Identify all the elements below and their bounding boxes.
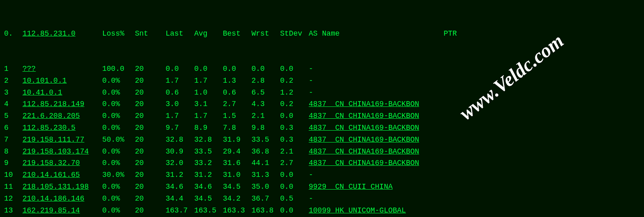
hop-row: 9219.158.32.700.0%2032.033.231.644.12.74… bbox=[4, 157, 640, 169]
hop-number: 2 bbox=[4, 75, 22, 87]
hop-last: 0.6 bbox=[166, 87, 194, 99]
hop-loss: 30.0% bbox=[102, 169, 135, 181]
hop-host: 162.219.85.14 bbox=[22, 205, 102, 217]
hop-loss: 50.0% bbox=[102, 134, 135, 146]
hop-row: 5221.6.208.2050.0%201.71.71.52.10.04837 … bbox=[4, 110, 640, 122]
hop-wrst: 36.7 bbox=[251, 193, 280, 205]
hop-number: 9 bbox=[4, 157, 22, 169]
hop-snt: 20 bbox=[135, 63, 166, 75]
hop-host: 112.85.218.149 bbox=[22, 98, 102, 110]
hop-stdev: 2.7 bbox=[280, 157, 309, 169]
hop-loss: 0.0% bbox=[102, 193, 135, 205]
hop-stdev: 0.3 bbox=[280, 134, 309, 146]
hop-last: 0.0 bbox=[166, 63, 194, 75]
hop-stdev: 0.0 bbox=[280, 110, 309, 122]
header-loss: Loss% bbox=[102, 28, 135, 40]
hop-host: 10.41.0.1 bbox=[22, 87, 102, 99]
header-wrst: Wrst bbox=[251, 28, 280, 40]
hop-asname: 9929 CN CUII CHINA bbox=[309, 181, 444, 193]
header-row: 0. 112.85.231.0 Loss% Snt Last Avg Best … bbox=[4, 28, 640, 40]
hop-row: 10210.14.161.6530.0%2031.231.231.031.30.… bbox=[4, 169, 640, 181]
header-stdev: StDev bbox=[280, 28, 309, 40]
hop-last: 34.6 bbox=[166, 181, 194, 193]
hop-last: 1.7 bbox=[166, 75, 194, 87]
hop-wrst: 33.5 bbox=[251, 134, 280, 146]
hop-last: 30.9 bbox=[166, 146, 194, 158]
hop-wrst: 0.0 bbox=[251, 63, 280, 75]
hop-stdev: 2.1 bbox=[280, 146, 309, 158]
hop-avg: 1.7 bbox=[194, 110, 223, 122]
hop-last: 1.7 bbox=[166, 110, 194, 122]
hop-avg: 3.1 bbox=[194, 98, 223, 110]
hop-avg: 0.0 bbox=[194, 63, 223, 75]
hop-wrst: 2.8 bbox=[251, 75, 280, 87]
hop-asname: 4837 CN CHINA169-BACKBON bbox=[309, 110, 444, 122]
hop-host: 219.158.103.174 bbox=[22, 146, 102, 158]
hop-number: 3 bbox=[4, 87, 22, 99]
hop-stdev: 0.0 bbox=[280, 181, 309, 193]
hop-host: 221.6.208.205 bbox=[22, 110, 102, 122]
hop-host: 219.158.111.77 bbox=[22, 134, 102, 146]
hop-snt: 20 bbox=[135, 122, 166, 134]
hop-avg: 33.2 bbox=[194, 157, 223, 169]
hop-row: 7219.158.111.7750.0%2032.832.831.933.50.… bbox=[4, 134, 640, 146]
hop-avg: 1.0 bbox=[194, 87, 223, 99]
hop-last: 32.8 bbox=[166, 134, 194, 146]
hop-wrst: 2.1 bbox=[251, 110, 280, 122]
hop-last: 31.2 bbox=[166, 169, 194, 181]
hop-number: 1 bbox=[4, 63, 22, 75]
hop-row: 210.101.0.10.0%201.71.71.32.80.2- bbox=[4, 75, 640, 87]
hop-row: 12210.14.186.1460.0%2034.434.534.236.70.… bbox=[4, 193, 640, 205]
hop-loss: 0.0% bbox=[102, 146, 135, 158]
hop-avg: 8.9 bbox=[194, 122, 223, 134]
hop-snt: 20 bbox=[135, 134, 166, 146]
hop-best: 31.6 bbox=[223, 157, 251, 169]
hop-stdev: 0.2 bbox=[280, 98, 309, 110]
hop-snt: 20 bbox=[135, 75, 166, 87]
hop-avg: 34.6 bbox=[194, 181, 223, 193]
hop-asname: - bbox=[309, 193, 444, 205]
hop-loss: 0.0% bbox=[102, 205, 135, 217]
hop-number: 5 bbox=[4, 110, 22, 122]
hop-last: 163.7 bbox=[166, 205, 194, 217]
hop-number: 4 bbox=[4, 98, 22, 110]
hop-loss: 0.0% bbox=[102, 181, 135, 193]
hop-stdev: 0.3 bbox=[280, 122, 309, 134]
hop-loss: 0.0% bbox=[102, 122, 135, 134]
hop-asname: - bbox=[309, 87, 444, 99]
hop-loss: 0.0% bbox=[102, 98, 135, 110]
hop-number: 10 bbox=[4, 169, 22, 181]
hop-stdev: 0.0 bbox=[280, 205, 309, 217]
hop-snt: 20 bbox=[135, 169, 166, 181]
hop-avg: 32.8 bbox=[194, 134, 223, 146]
hop-best: 2.7 bbox=[223, 98, 251, 110]
hop-number: 8 bbox=[4, 146, 22, 158]
hop-best: 0.0 bbox=[223, 63, 251, 75]
hop-wrst: 4.3 bbox=[251, 98, 280, 110]
hop-asname: - bbox=[309, 75, 444, 87]
hop-host: 210.14.161.65 bbox=[22, 169, 102, 181]
hop-avg: 1.7 bbox=[194, 75, 223, 87]
header-host: 112.85.231.0 bbox=[22, 28, 102, 40]
hop-asname: 4837 CN CHINA169-BACKBON bbox=[309, 134, 444, 146]
hop-asname: 10099 HK UNICOM-GLOBAL bbox=[309, 205, 444, 217]
header-asname: AS Name bbox=[309, 28, 444, 40]
hop-snt: 20 bbox=[135, 181, 166, 193]
hop-loss: 100.0 bbox=[102, 63, 135, 75]
header-snt: Snt bbox=[135, 28, 166, 40]
hop-wrst: 35.0 bbox=[251, 181, 280, 193]
hop-row: 4112.85.218.1490.0%203.03.12.74.30.24837… bbox=[4, 98, 640, 110]
header-avg: Avg bbox=[194, 28, 223, 40]
hop-host: 219.158.32.70 bbox=[22, 157, 102, 169]
hop-row: 8219.158.103.1740.0%2030.933.529.436.82.… bbox=[4, 146, 640, 158]
hop-wrst: 44.1 bbox=[251, 157, 280, 169]
hop-best: 34.2 bbox=[223, 193, 251, 205]
hop-row: 11218.105.131.1980.0%2034.634.634.535.00… bbox=[4, 181, 640, 193]
header-last: Last bbox=[166, 28, 194, 40]
hop-last: 3.0 bbox=[166, 98, 194, 110]
header-num: 0. bbox=[4, 28, 22, 40]
hop-host: 218.105.131.198 bbox=[22, 181, 102, 193]
hop-host: 210.14.186.146 bbox=[22, 193, 102, 205]
hop-wrst: 36.8 bbox=[251, 146, 280, 158]
hop-snt: 20 bbox=[135, 193, 166, 205]
